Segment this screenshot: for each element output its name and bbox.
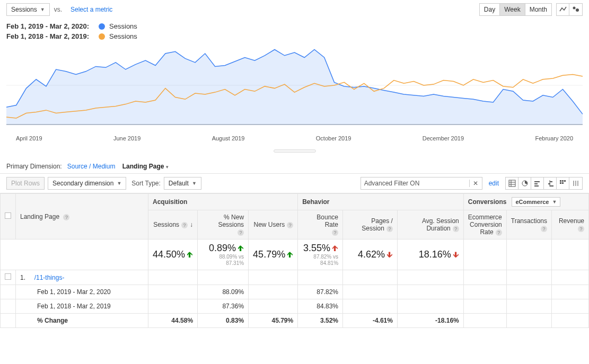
chart-type-line-icon[interactable] (557, 4, 569, 15)
svg-rect-10 (534, 183, 538, 184)
dimension-source-medium[interactable]: Source / Medium (67, 163, 116, 170)
row-period-a: Feb 1, 2019 - Mar 2, 2020 (16, 285, 148, 299)
x-tick: October 2019 (316, 135, 351, 141)
help-icon[interactable]: ? (496, 229, 502, 236)
help-icon[interactable]: ? (453, 226, 459, 232)
chart-resize-handle[interactable] (0, 146, 589, 159)
time-day-button[interactable]: Day (480, 4, 500, 15)
col-sessions[interactable]: Sessions?↓ (148, 210, 198, 239)
edit-filter-link[interactable]: edit (486, 180, 502, 187)
col-transactions[interactable]: Transactions? (506, 210, 551, 239)
summary-new-users: 45.79% (253, 249, 285, 260)
col-avg-dur[interactable]: Avg. Session Duration? (397, 210, 463, 239)
cell-bounce-change: 3.52% (298, 314, 343, 328)
col-pages[interactable]: Pages / Session? (343, 210, 398, 239)
svg-rect-14 (550, 185, 553, 187)
advanced-filter-text: Advanced Filter ON (361, 177, 469, 189)
col-landing-page[interactable]: Landing Page (20, 213, 59, 220)
summary-bounce: 3.55% (303, 243, 330, 253)
table-view-toggle (505, 177, 583, 190)
col-revenue[interactable]: Revenue? (552, 210, 589, 239)
help-icon[interactable]: ? (238, 229, 244, 236)
svg-rect-20 (562, 182, 564, 184)
help-icon[interactable]: ? (181, 222, 188, 228)
svg-rect-19 (560, 182, 561, 184)
primary-dimension-row: Primary Dimension: Source / Medium Landi… (0, 159, 589, 173)
clear-filter-icon[interactable]: ✕ (469, 180, 482, 187)
legend-dot-a (99, 23, 105, 30)
cell-pct-new-b: 87.36% (198, 299, 249, 314)
chart-x-axis: April 2019June 2019August 2019October 20… (0, 133, 589, 146)
time-month-button[interactable]: Month (525, 4, 551, 15)
summary-avg-dur: 18.16% (419, 249, 451, 260)
cell-pct-new-a: 88.09% (198, 285, 249, 299)
legend-label-a: Sessions (109, 22, 137, 30)
select-metric-link[interactable]: Select a metric (66, 6, 112, 13)
select-all-checkbox[interactable] (5, 212, 11, 219)
row-landing-page-link[interactable]: /11-things- (34, 274, 65, 281)
row-checkbox[interactable] (5, 273, 11, 280)
summary-bounce-sub2: 84.81% (302, 260, 338, 267)
help-icon[interactable]: ? (287, 222, 293, 228)
row-period-b: Feb 1, 2018 - Mar 2, 2019 (16, 299, 148, 314)
secondary-dimension-dropdown[interactable]: Secondary dimension ▼ (48, 177, 126, 190)
svg-rect-16 (560, 180, 561, 182)
table-row: % Change 44.58% 0.83% 45.79% 3.52% -4.61… (1, 314, 589, 328)
sort-type-label: Sort Type: (131, 180, 160, 187)
arrow-up-icon: 🡱 (186, 251, 193, 259)
help-icon[interactable]: ? (541, 226, 547, 232)
x-tick: June 2019 (113, 135, 140, 141)
legend-range-a: Feb 1, 2019 - Mar 2, 2020: (6, 22, 89, 30)
cell-pages-change: -4.61% (343, 314, 398, 328)
advanced-filter-input[interactable]: Advanced Filter ON ✕ (361, 177, 482, 190)
x-tick: February 2020 (535, 135, 573, 141)
chevron-down-icon: ▾ (166, 164, 169, 170)
help-icon[interactable]: ? (332, 229, 338, 236)
time-week-button[interactable]: Week (500, 4, 525, 15)
group-behavior: Behavior (298, 194, 464, 210)
chevron-down-icon: ▼ (117, 181, 121, 186)
chart-type-motion-icon[interactable] (569, 4, 582, 15)
table-row: 1. /11-things- (1, 270, 589, 285)
dimension-landing-page[interactable]: Landing Page (122, 163, 164, 170)
view-comparison-icon[interactable] (544, 177, 557, 189)
col-bounce[interactable]: Bounce Rate? (298, 210, 343, 239)
table-row: Feb 1, 2019 - Mar 2, 2020 88.09% 87.82% (1, 285, 589, 299)
view-term-cloud-icon[interactable] (557, 177, 569, 189)
help-icon[interactable]: ? (386, 226, 393, 232)
summary-pct-new-sub1: 88.09% vs (202, 254, 244, 260)
svg-rect-18 (564, 180, 566, 182)
vs-label: vs. (54, 6, 62, 13)
cell-new-users-change: 45.79% (249, 314, 298, 328)
svg-point-1 (576, 8, 579, 12)
table-row: Feb 1, 2018 - Mar 2, 2019 87.36% 84.83% (1, 299, 589, 314)
view-data-table-icon[interactable] (506, 177, 518, 189)
group-acquisition: Acquisition (148, 194, 298, 210)
cell-bounce-b: 84.83% (298, 299, 343, 314)
sort-type-dropdown[interactable]: Default ▼ (164, 177, 201, 190)
summary-pages: 4.62% (358, 249, 385, 260)
view-pivot-icon[interactable] (569, 177, 582, 189)
legend: Feb 1, 2019 - Mar 2, 2020: Sessions Feb … (0, 19, 589, 46)
conversions-dropdown[interactable]: eCommerce ▼ (512, 197, 560, 207)
col-pct-new[interactable]: % New Sessions? (198, 210, 249, 239)
svg-point-0 (573, 7, 576, 10)
conversions-dropdown-label: eCommerce (515, 199, 549, 205)
help-icon[interactable]: ? (578, 226, 584, 232)
col-new-users[interactable]: New Users? (249, 210, 298, 239)
col-ecom-rate[interactable]: Ecommerce Conversion Rate? (463, 210, 506, 239)
svg-rect-4 (509, 180, 515, 187)
arrow-down-icon: 🡳 (386, 251, 393, 259)
summary-bounce-sub1: 87.82% vs (302, 254, 338, 260)
svg-rect-9 (534, 181, 540, 182)
view-percentage-icon[interactable] (518, 177, 531, 189)
help-icon[interactable]: ? (63, 214, 69, 220)
cell-pct-new-change: 0.83% (198, 314, 249, 328)
legend-label-b: Sessions (109, 32, 137, 40)
metric-dropdown[interactable]: Sessions ▼ (6, 3, 50, 16)
arrow-down-icon: 🡳 (452, 251, 459, 259)
sort-type-value: Default (169, 180, 189, 187)
sort-desc-icon: ↓ (190, 221, 193, 228)
view-performance-icon[interactable] (531, 177, 544, 189)
report-table: Landing Page ? Acquisition Behavior Conv… (0, 193, 589, 328)
